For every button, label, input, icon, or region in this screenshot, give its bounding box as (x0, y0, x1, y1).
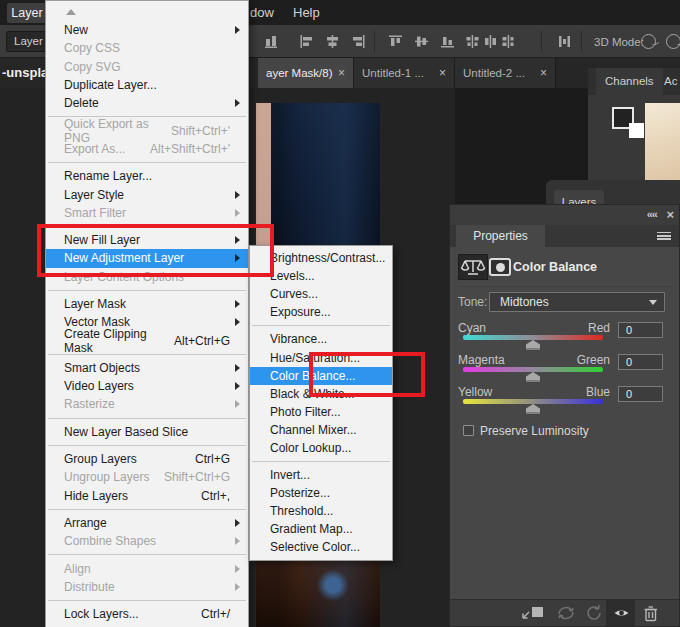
tab-close-icon[interactable]: × (434, 66, 446, 80)
menu-item[interactable]: New Layer Based Slice (46, 423, 248, 441)
background-color-chip[interactable] (629, 123, 644, 138)
submenu-item[interactable]: Gradient Map... (250, 520, 392, 538)
adjustment-title: Color Balance (513, 260, 597, 274)
submenu-item[interactable]: Posterize... (250, 484, 392, 502)
collapse-panel-icon[interactable]: «« (647, 208, 657, 220)
menu-item[interactable]: Copy SVG (46, 58, 248, 76)
menu-item[interactable]: Align (46, 559, 248, 577)
menu-item[interactable]: Quick Export as PNG Shift+Ctrl+' (46, 121, 248, 139)
slider-right-label: Red (588, 321, 610, 335)
tab-actions-partial[interactable]: Ac (664, 68, 680, 95)
slider-thumb[interactable] (526, 372, 540, 382)
align-bottom-edges-icon[interactable] (263, 33, 280, 50)
submenu-item[interactable]: Channel Mixer... (250, 421, 392, 439)
submenu-item[interactable]: Photo Filter... (250, 403, 392, 421)
slider-value-input[interactable]: 0 (618, 322, 663, 338)
preserve-luminosity-checkbox[interactable] (463, 425, 474, 436)
menu-item[interactable]: Duplicate Layer... (46, 76, 248, 94)
document-tab[interactable]: Untitled-2 ... × (455, 58, 556, 88)
distribute-left-edges-icon[interactable] (464, 33, 481, 50)
delete-trash-icon[interactable] (642, 604, 660, 627)
layer-mask-icon[interactable] (489, 258, 511, 276)
submenu-arrow-icon (235, 519, 240, 527)
submenu-item[interactable] (252, 325, 390, 326)
menu-item[interactable]: Group Layers Ctrl+G (46, 450, 248, 468)
auto-select-dropdown[interactable]: Layer (6, 31, 48, 52)
visibility-eye-icon[interactable] (613, 604, 630, 626)
reset-icon[interactable] (585, 604, 603, 626)
menu-item[interactable]: Rasterize (46, 395, 248, 413)
distribute-top-edges-icon[interactable] (387, 33, 404, 50)
menu-item[interactable] (48, 418, 246, 419)
menu-item[interactable]: Combine Shapes (46, 532, 248, 550)
tab-close-icon[interactable]: × (535, 66, 547, 80)
menu-item[interactable] (48, 509, 246, 510)
align-right-edges-icon[interactable] (350, 33, 367, 50)
submenu-item-label: Posterize... (270, 486, 330, 500)
menu-help[interactable]: Help (293, 5, 320, 20)
distribute-right-edges-icon[interactable] (500, 33, 517, 50)
align-horizontal-centers-icon[interactable] (324, 33, 341, 50)
color-sliders: Cyan Red 0 Magenta Green (450, 319, 679, 415)
menu-item[interactable]: Copy CSS (46, 39, 248, 57)
tab-channels[interactable]: Channels (596, 68, 663, 95)
tone-label: Tone: (458, 295, 487, 309)
align-left-edges-icon[interactable] (298, 33, 315, 50)
menu-item[interactable] (48, 445, 246, 446)
document-tab[interactable]: ayer Mask/8) * × (258, 58, 354, 88)
menu-item[interactable]: Smart Objects (46, 359, 248, 377)
tab-properties[interactable]: Properties (456, 225, 545, 247)
menu-window-partial[interactable]: dow (250, 5, 274, 20)
distribute-horizontal-centers-icon[interactable] (482, 33, 499, 50)
submenu-item[interactable]: Vibrance... (250, 330, 392, 348)
close-panel-icon[interactable]: × (666, 207, 674, 222)
document-tab[interactable]: Untitled-1 ... × (354, 58, 455, 88)
menu-item[interactable]: Layer Style (46, 185, 248, 203)
submenu-item[interactable]: Selective Color... (250, 538, 392, 556)
menu-item[interactable]: Hide Layers Ctrl+, (46, 487, 248, 505)
slider-value-input[interactable]: 0 (618, 386, 663, 402)
color-slider-track[interactable] (463, 399, 603, 404)
menu-item[interactable]: Arrange (46, 514, 248, 532)
menu-item[interactable]: Ungroup Layers Shift+Ctrl+G (46, 468, 248, 486)
slider-thumb[interactable] (526, 340, 540, 350)
menu-item[interactable] (48, 554, 246, 555)
3d-roll-icon[interactable] (666, 34, 680, 49)
previous-state-icon[interactable] (555, 604, 577, 626)
distribute-spacing-icon[interactable] (556, 33, 573, 50)
menu-item[interactable]: Create Clipping Mask Alt+Ctrl+G (46, 331, 248, 349)
submenu-item[interactable]: Curves... (250, 285, 392, 303)
menu-layer[interactable]: Layer (7, 3, 47, 23)
submenu-item[interactable]: Exposure... (250, 303, 392, 321)
submenu-item[interactable]: Invert... (250, 466, 392, 484)
tone-dropdown[interactable]: Midtones (489, 292, 665, 312)
slider-thumb[interactable] (526, 404, 540, 414)
menu-item[interactable]: Distribute (46, 578, 248, 596)
menu-item[interactable]: Rename Layer... (46, 167, 248, 185)
slider-value-input[interactable]: 0 (618, 354, 663, 370)
menu-item[interactable]: Lock Layers... Ctrl+/ (46, 605, 248, 623)
3d-orbit-icon[interactable] (641, 34, 656, 49)
clip-to-layer-icon[interactable] (520, 604, 546, 626)
menu-item[interactable]: Layer Mask (46, 295, 248, 313)
submenu-item[interactable]: Threshold... (250, 502, 392, 520)
menu-item[interactable] (48, 162, 246, 163)
menu-item[interactable]: Smart Filter (46, 204, 248, 222)
menu-item[interactable] (48, 290, 246, 291)
menu-scroll-up-icon[interactable] (66, 9, 76, 15)
color-slider-track[interactable] (463, 367, 603, 372)
menu-item[interactable] (48, 600, 246, 601)
panel-menu-icon[interactable] (657, 232, 671, 241)
submenu-item-label: Levels... (270, 269, 315, 283)
color-balance-adjustment-icon[interactable] (458, 254, 488, 280)
document-thumbnail (645, 103, 680, 181)
submenu-item[interactable] (252, 461, 390, 462)
menu-item[interactable]: Delete (46, 94, 248, 112)
menu-item[interactable]: Video Layers (46, 377, 248, 395)
submenu-item[interactable]: Color Lookup... (250, 439, 392, 457)
distribute-vertical-centers-icon[interactable] (413, 33, 430, 50)
color-slider-track[interactable] (463, 335, 603, 340)
distribute-bottom-edges-icon[interactable] (439, 33, 456, 50)
menu-item[interactable]: New (46, 21, 248, 39)
tab-close-icon[interactable]: × (333, 66, 345, 80)
